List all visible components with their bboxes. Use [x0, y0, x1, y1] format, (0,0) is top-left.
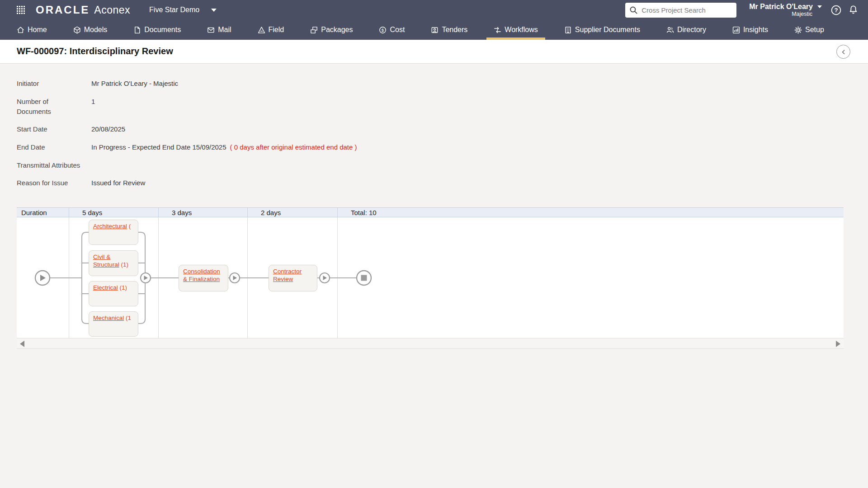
- bell-icon: [849, 5, 858, 15]
- start-node: [35, 271, 50, 285]
- app-launcher-icon[interactable]: [17, 6, 25, 14]
- workflow-step-civil-structural: Civil & Structural (1): [89, 250, 138, 276]
- workflow-step-consolidation-finalization: Consolidation & Finalization: [179, 265, 228, 291]
- cost-icon: $: [379, 26, 387, 34]
- nav-item-setup[interactable]: Setup: [794, 20, 824, 40]
- nav-item-tenders[interactable]: Tenders: [431, 20, 467, 40]
- column-header-total: Total: 10: [337, 208, 844, 217]
- nav-item-insights[interactable]: Insights: [732, 20, 768, 40]
- column-header-duration: Duration: [17, 208, 69, 217]
- user-name: Mr Patrick O'Leary: [749, 3, 813, 11]
- cross-project-search: [625, 3, 736, 18]
- nav-item-models[interactable]: Models: [73, 20, 108, 40]
- brand-logo: ORACLE Aconex: [36, 4, 130, 16]
- svg-text:$: $: [382, 27, 384, 32]
- packages-icon: [310, 26, 318, 34]
- reason-for-issue-value: Issued for Review: [91, 178, 145, 188]
- chevron-left-icon: [840, 48, 847, 56]
- nav-item-packages[interactable]: Packages: [310, 20, 353, 40]
- workflow-step-architectural: Architectural (: [89, 220, 138, 245]
- step-link[interactable]: Architectural: [93, 223, 127, 230]
- step-link[interactable]: Electrical: [93, 284, 118, 291]
- user-organization: Majestic: [792, 11, 822, 17]
- workflow-canvas: Architectural ( Civil & Structural (1) E…: [17, 217, 844, 338]
- product-name: Aconex: [94, 4, 130, 16]
- initiator-value: Mr Patrick O'Leary - Majestic: [91, 79, 178, 89]
- svg-text:?: ?: [835, 6, 838, 13]
- end-node: [357, 271, 371, 285]
- topbar-brand-row: ORACLE Aconex Five Star Demo Mr Patrick …: [0, 0, 868, 20]
- detail-row-transmittal-attributes: Transmittal Attributes: [17, 160, 91, 170]
- workflow-diagram: Duration 5 days 3 days 2 days Total: 10: [17, 207, 844, 349]
- workflow-connectors: [17, 217, 844, 338]
- number-of-documents-value: 1: [91, 97, 95, 117]
- workflow-step-mechanical: Mechanical (1: [89, 311, 138, 337]
- nav-item-cost[interactable]: $ Cost: [379, 20, 405, 40]
- page-title-bar: WF-000097: Interdisciplinary Review: [0, 40, 868, 64]
- step-link[interactable]: Consolidation & Finalization: [183, 268, 220, 282]
- detail-row-reason-for-issue: Reason for Issue Issued for Review: [17, 178, 145, 188]
- directory-icon: [666, 26, 674, 34]
- stop-icon: [361, 275, 367, 281]
- workflow-step-contractor-review: Contractor Review: [269, 265, 317, 291]
- oracle-wordmark: ORACLE: [36, 4, 90, 16]
- column-header-step2-duration: 3 days: [158, 208, 247, 217]
- scroll-right-button[interactable]: [836, 341, 840, 347]
- insights-icon: [732, 26, 740, 34]
- merge-node: [141, 273, 151, 283]
- nav-item-home[interactable]: Home: [17, 20, 47, 40]
- mail-icon: [207, 26, 215, 34]
- models-icon: [73, 26, 81, 34]
- column-header-step3-duration: 2 days: [247, 208, 337, 217]
- workflow-detail-content: Initiator Mr Patrick O'Leary - Majestic …: [0, 64, 868, 488]
- documents-icon: [133, 26, 141, 34]
- detail-row-end-date: End Date In Progress - Expected End Date…: [17, 142, 357, 152]
- detail-row-start-date: Start Date 20/08/2025: [17, 124, 125, 134]
- home-icon: [17, 26, 24, 34]
- nav-item-field[interactable]: Field: [258, 20, 284, 40]
- end-date-value: In Progress - Expected End Date 15/09/20…: [91, 142, 226, 152]
- search-input[interactable]: [625, 3, 736, 18]
- step-link[interactable]: Mechanical: [93, 314, 124, 321]
- nav-item-directory[interactable]: Directory: [666, 20, 706, 40]
- tenders-icon: [431, 26, 439, 34]
- nav-item-workflows[interactable]: Workflows: [494, 20, 538, 40]
- step-link[interactable]: Contractor Review: [273, 268, 302, 282]
- project-selector[interactable]: Five Star Demo: [149, 6, 217, 14]
- workflows-icon: [494, 26, 501, 34]
- duration-header-row: Duration 5 days 3 days 2 days Total: 10: [17, 207, 844, 217]
- diagram-scrollbar[interactable]: [17, 338, 844, 349]
- topbar: ORACLE Aconex Five Star Demo Mr Patrick …: [0, 0, 868, 40]
- field-icon: [258, 26, 265, 34]
- detail-row-initiator: Initiator Mr Patrick O'Leary - Majestic: [17, 79, 178, 89]
- supplier-documents-icon: [564, 26, 572, 34]
- end-date-warning: ( 0 days after original estimated end da…: [230, 142, 357, 152]
- caret-down-icon: [211, 9, 217, 12]
- step-node: [320, 273, 330, 283]
- step-link[interactable]: Civil & Structural: [93, 253, 119, 268]
- page-title: WF-000097: Interdisciplinary Review: [17, 46, 173, 56]
- help-icon: ?: [831, 5, 841, 15]
- main-nav: Home Models Documents Mail Field Package…: [0, 20, 868, 40]
- help-button[interactable]: ?: [831, 5, 841, 15]
- step-node: [230, 273, 240, 283]
- detail-row-number-of-documents: Number of Documents 1: [17, 97, 95, 117]
- user-menu[interactable]: Mr Patrick O'Leary Majestic: [749, 3, 822, 18]
- project-name: Five Star Demo: [149, 6, 199, 14]
- column-header-step1-duration: 5 days: [69, 208, 158, 217]
- scroll-left-button[interactable]: [20, 341, 24, 347]
- setup-icon: [794, 26, 802, 34]
- nav-item-mail[interactable]: Mail: [207, 20, 231, 40]
- nav-item-documents[interactable]: Documents: [133, 20, 181, 40]
- caret-down-icon: [817, 5, 822, 8]
- start-date-value: 20/08/2025: [91, 124, 125, 134]
- collapse-panel-button[interactable]: [836, 45, 850, 59]
- workflow-step-electrical: Electrical (1): [89, 281, 138, 306]
- nav-item-supplier-documents[interactable]: Supplier Documents: [564, 20, 640, 40]
- search-icon: [629, 6, 638, 14]
- notifications-button[interactable]: [849, 5, 858, 15]
